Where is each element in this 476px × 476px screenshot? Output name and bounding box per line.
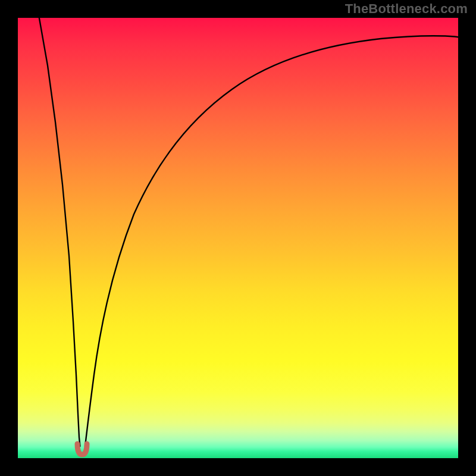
watermark-label: TheBottleneck.com xyxy=(345,1,468,17)
curve-left-branch xyxy=(39,18,80,446)
min-marker xyxy=(77,444,87,455)
curve-layer xyxy=(18,18,458,458)
plot-area xyxy=(18,18,458,458)
curve-right-branch xyxy=(85,36,458,446)
